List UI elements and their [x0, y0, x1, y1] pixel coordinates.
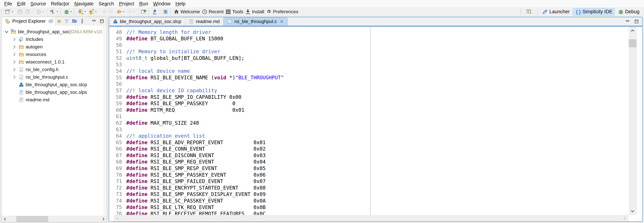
scroll-up-icon[interactable] [630, 28, 635, 33]
code-line[interactable]: 74#define RSI_BLE_SC_PASSKEY_EVENT 0x0A [109, 198, 628, 204]
editor-hscrollbar[interactable] [114, 215, 628, 221]
code-editor[interactable]: 4748//! Memory length for driver49#defin… [109, 27, 628, 217]
back-button[interactable] [115, 8, 126, 16]
minimize-editor-button[interactable] [625, 18, 631, 25]
flash-programmer-button[interactable] [162, 8, 170, 16]
launch-console-button[interactable] [151, 8, 158, 16]
editor-vscrollbar[interactable] [629, 27, 636, 215]
code-line[interactable]: 49#define BT_GLOBAL_BUFF_LEN 15000 [109, 36, 628, 42]
tree-item-rsi-ble-config-h[interactable]: rsi_ble_config.h [2, 66, 103, 73]
link-with-editor-button[interactable] [56, 18, 62, 24]
save-button[interactable] [16, 8, 24, 16]
welcome-button[interactable]: Welcome [172, 8, 201, 16]
tree-item-ble-throughput-app-soc[interactable]: ble_throughput_app_soc [GNU ARM v10. [2, 28, 103, 36]
editor-tab-ble-throughput-app-soc-slcp[interactable]: ble_throughput_app_soc.slcp [109, 17, 185, 26]
editor-tab-readme-md[interactable]: readme.md [185, 17, 224, 26]
code-line[interactable]: 73#define RSI_BLE_SMP_PASSKEY_DISPLAY_EV… [109, 191, 628, 198]
maximize-editor-button[interactable] [634, 18, 640, 25]
recent-button[interactable]: Recent [201, 8, 224, 16]
next-annotation-button[interactable] [77, 8, 88, 16]
tree-item-autogen[interactable]: autogen [2, 43, 103, 51]
vscroll-thumb[interactable] [629, 39, 636, 47]
forward-button[interactable] [126, 8, 137, 16]
code-line[interactable]: 67#define RSI_BLE_DISCONN_EVENT 0x03 [109, 152, 628, 159]
tree-item-readme-md[interactable]: readme.md [2, 96, 103, 103]
code-line[interactable]: 62#define MAX_MTU_SIZE 240 [109, 120, 628, 126]
code-line[interactable]: 71#define RSI_BLE_SMP_FAILED_EVENT 0x07 [109, 178, 628, 185]
build-button[interactable] [49, 8, 60, 16]
code-line[interactable]: 64//! application event list [109, 133, 628, 139]
code-line[interactable]: 50 [109, 42, 628, 49]
code-line[interactable]: 61 [109, 113, 628, 120]
collapsed-chevron-icon[interactable] [12, 59, 17, 65]
last-edit-back-button[interactable] [100, 8, 108, 16]
pin-editor-button[interactable] [140, 8, 148, 16]
tree-item-includes[interactable]: Includes [2, 36, 103, 43]
maximize-view-button[interactable] [99, 18, 105, 24]
preferences-button[interactable]: Preferences [265, 8, 299, 16]
editor-tab-rsi-ble-throughput-c[interactable]: rsi_ble_throughput.c [224, 17, 288, 26]
code-line[interactable]: 58#define RSI_BLE_SMP_IO_CAPABILITY 0x00 [109, 94, 628, 100]
menu-run[interactable]: Run [137, 1, 150, 7]
code-line[interactable]: 72#define RSI_BLE_ENCRYPT_STARTED_EVENT … [109, 185, 628, 191]
collapsed-chevron-icon[interactable] [12, 44, 17, 50]
collapsed-chevron-icon[interactable] [12, 67, 17, 72]
open-perspective-button[interactable] [524, 8, 536, 16]
scroll-right-icon[interactable] [101, 217, 106, 221]
menu-help[interactable]: Help [173, 1, 188, 7]
menu-project[interactable]: Project [116, 1, 137, 7]
tree-item-ble-throughput-app-soc-slps[interactable]: ble_throughput_app_soc.slps [2, 88, 103, 96]
collapsed-chevron-icon[interactable] [12, 37, 17, 42]
code-line[interactable]: 66#define RSI_BLE_CONN_EVENT 0x02 [109, 146, 628, 152]
save-all-button[interactable] [24, 8, 32, 16]
skip-breakpoints-button[interactable] [35, 8, 46, 16]
filter-button[interactable] [64, 18, 70, 24]
collapsed-chevron-icon[interactable] [12, 52, 17, 57]
perspective-debug[interactable]: Debug [616, 8, 642, 16]
menu-navigate[interactable]: Navigate [72, 1, 96, 7]
tree-item-resources[interactable]: resources [2, 51, 103, 58]
select-working-set-button[interactable] [71, 18, 78, 24]
code-line[interactable]: 51//! Memory to initialize driver [109, 48, 628, 55]
perspective-simplicity-ide[interactable]: Simplicity IDE [573, 8, 615, 16]
menu-refactor[interactable]: Refactor [48, 1, 72, 7]
collapsed-chevron-icon[interactable] [12, 74, 17, 80]
code-line[interactable]: 60#define MITM_REQ 0x01 [109, 107, 628, 114]
code-line[interactable]: 53 [109, 61, 628, 68]
tree-item-wiseconnect-1-0-1[interactable]: wiseconnect_1.0.1 [2, 58, 103, 66]
view-menu-button[interactable] [79, 18, 85, 24]
new-wizard-button[interactable] [4, 8, 14, 16]
project-explorer-hscrollbar[interactable] [2, 216, 107, 222]
code-line[interactable]: 59#define RSI_BLE_SMP_PASSKEY 0 [109, 100, 628, 107]
code-line[interactable]: 52uint8_t global_buf[BT_GLOBAL_BUFF_LEN]… [109, 55, 628, 61]
tree-item-ble-throughput-app-soc-slcp[interactable]: ble_throughput_app_soc.slcp [2, 81, 103, 88]
menu-window[interactable]: Window [150, 1, 173, 7]
menu-edit[interactable]: Edit [14, 1, 28, 7]
previous-annotation-button[interactable] [88, 8, 98, 16]
expanded-chevron-icon[interactable] [4, 29, 9, 34]
close-icon[interactable] [280, 19, 284, 24]
scroll-left-icon[interactable] [3, 217, 7, 221]
code-line[interactable]: 69#define RSI_BLE_SMP_RESP_EVENT 0x05 [109, 165, 628, 172]
menu-file[interactable]: File [2, 1, 14, 7]
code-line[interactable]: 55#define RSI_BLE_DEVICE_NAME (void *)"B… [109, 74, 628, 81]
code-line[interactable]: 47 [109, 27, 628, 29]
hscroll-thumb[interactable] [16, 216, 48, 222]
install-button[interactable]: Install [244, 8, 265, 16]
scroll-down-icon[interactable] [630, 208, 635, 213]
code-line[interactable]: 56 [109, 81, 628, 87]
perspective-launcher[interactable]: Launcher [540, 8, 572, 16]
code-line[interactable]: 65#define RSI_BLE_ADV_REPORT_EVENT 0x01 [109, 139, 628, 146]
code-line[interactable]: 48//! Memory length for driver [109, 29, 628, 36]
scroll-left-icon[interactable] [115, 216, 120, 220]
code-line[interactable]: 70#define RSI_BLE_SMP_PASSKEY_EVENT 0x06 [109, 172, 628, 178]
last-edit-forward-button[interactable] [108, 8, 115, 16]
collapse-all-button[interactable] [48, 18, 54, 24]
menu-search[interactable]: Search [96, 1, 116, 7]
minimize-view-button[interactable] [91, 18, 98, 24]
code-line[interactable]: 57//! local device IO capability [109, 87, 628, 94]
code-line[interactable]: 68#define RSI_BLE_SMP_REQ_EVENT 0x04 [109, 159, 628, 165]
tree-item-rsi-ble-throughput-c[interactable]: rsi_ble_throughput.c [2, 73, 103, 81]
menu-source[interactable]: Source [28, 1, 48, 7]
project-explorer-vscrollbar[interactable] [103, 26, 107, 215]
